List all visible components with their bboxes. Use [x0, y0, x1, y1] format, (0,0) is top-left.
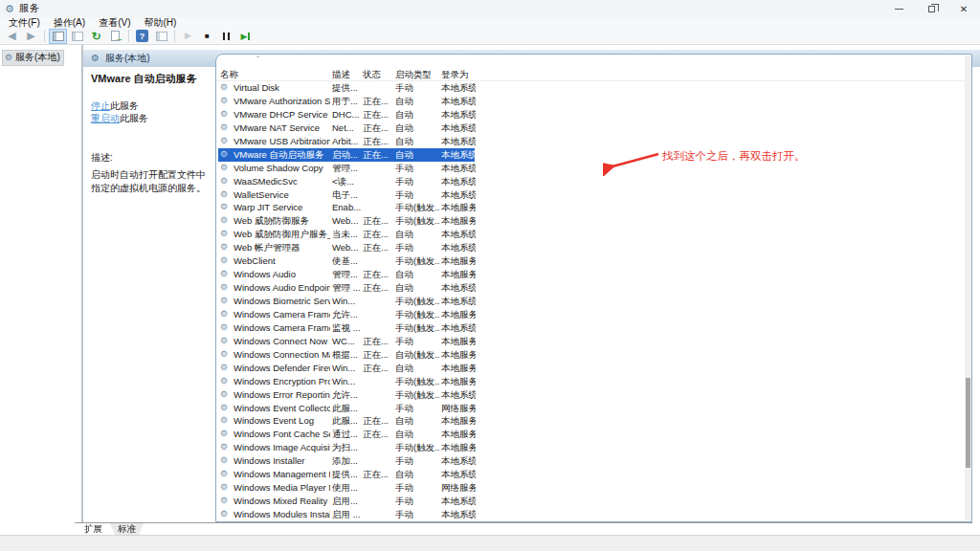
service-name-cell: Web 威胁防御服务 — [234, 214, 330, 228]
vertical-scrollbar[interactable] — [965, 55, 971, 520]
service-startup-type-cell: 手动 — [395, 495, 439, 508]
service-gear-icon: ⚙ — [220, 175, 233, 188]
restore-button[interactable] — [915, 0, 947, 17]
service-gear-icon: ⚙ — [220, 241, 233, 254]
forward-icon[interactable]: ▶ — [22, 29, 40, 44]
service-logon-cell: 本地服务 — [441, 348, 476, 362]
tab-standard[interactable]: 标准 — [110, 523, 144, 535]
service-gear-icon: ⚙ — [220, 508, 233, 521]
service-row[interactable]: ⚙Windows Event Collector此服...手动网络服务 — [216, 402, 964, 415]
service-name-cell: Web 帐户管理器 — [234, 241, 330, 254]
resume-service-icon[interactable]: ▶ — [236, 29, 255, 44]
service-row[interactable]: ⚙Windows Biometric ServiceWin...手动(触发...… — [216, 295, 964, 308]
service-row[interactable]: ⚙VMware USB Arbitration S...Arbit...正在..… — [216, 135, 964, 148]
service-description-cell: 通过... — [332, 428, 361, 441]
selected-service-title: VMware 自动启动服务 — [91, 72, 213, 86]
service-logon-cell: 本地服务 — [441, 375, 476, 388]
service-gear-icon: ⚙ — [220, 135, 233, 148]
menu-item-view[interactable]: 查看(V) — [92, 17, 137, 28]
service-description-cell: 电子... — [332, 188, 361, 202]
pause-service-icon[interactable] — [217, 29, 235, 44]
service-row[interactable]: ⚙Warp JIT ServiceEnab...手动(触发...本地服务 — [216, 201, 964, 214]
service-row[interactable]: ⚙VMware DHCP ServiceDHC...正在...自动本地系统 — [216, 108, 964, 121]
service-row[interactable]: ⚙Windows Modules Installer启用 ...手动本地系统 — [216, 508, 964, 521]
menu-item-help[interactable]: 帮助(H) — [137, 17, 183, 28]
service-status-cell: 正在... — [363, 268, 393, 281]
service-row[interactable]: ⚙Windows Event Log此服...正在...自动本地服务 — [216, 414, 964, 428]
service-row[interactable]: ⚙Windows Audio Endpoint B...管理 ...正在...自… — [216, 281, 964, 295]
column-header-status[interactable]: 状态 — [363, 68, 381, 81]
back-icon[interactable]: ◀ — [3, 29, 21, 44]
console-window-icon[interactable] — [152, 29, 170, 44]
column-header-startup-type[interactable]: 启动类型 — [395, 68, 432, 81]
tab-extended[interactable]: 扩展 — [77, 523, 110, 535]
service-row[interactable]: ⚙Windows Encryption Provid...Win...手动(触发… — [216, 375, 964, 388]
service-row[interactable]: ⚙Web 威胁防御服务Web...正在...手动(触发...本地服务 — [216, 214, 964, 228]
column-header-description[interactable]: 描述 — [332, 68, 350, 81]
service-row[interactable]: ⚙Windows Audio管理...正在...自动本地服务 — [216, 268, 964, 281]
scrollbar-thumb[interactable] — [966, 378, 970, 468]
service-row[interactable]: ⚙Web 帐户管理器Web...正在...手动本地系统 — [216, 241, 964, 254]
console-window-icon[interactable] — [68, 29, 86, 44]
service-row[interactable]: ⚙Web 威胁防御用户服务_a1...当未...正在...自动本地系统 — [216, 228, 964, 241]
service-row[interactable]: ⚙WalletService电子...手动本地系统 — [216, 188, 964, 202]
service-row[interactable]: ⚙Windows Installer添加...手动本地系统 — [216, 454, 964, 468]
refresh-icon[interactable]: ↻ — [87, 29, 105, 44]
service-row[interactable]: ⚙Windows Camera Frame S...监视 ...手动(触发...… — [216, 321, 964, 335]
service-name-cell: Web 威胁防御用户服务_a1... — [234, 228, 330, 241]
close-button[interactable]: ✕ — [947, 0, 980, 17]
restart-service-link[interactable]: 重启动 — [91, 113, 120, 123]
stop-service-link[interactable]: 停止 — [91, 100, 110, 111]
service-row[interactable]: ⚙VMware 自动启动服务启动...正在...自动本地系统 — [216, 148, 964, 162]
service-startup-type-cell: 手动 — [395, 188, 439, 202]
service-startup-type-cell: 手动 — [395, 241, 439, 254]
service-row[interactable]: ⚙Windows Mixed Reality Op...启用...手动本地系统 — [216, 495, 964, 508]
service-row[interactable]: ⚙Windows Font Cache Servi...通过...正在...自动… — [216, 428, 964, 441]
service-logon-cell: 本地系统 — [441, 468, 476, 481]
service-row[interactable]: ⚙Windows Management Ins...提供...正在...自动本地… — [216, 468, 964, 481]
tree-item-services-local[interactable]: ⚙ 服务(本地) — [2, 50, 64, 66]
status-bar — [0, 535, 980, 551]
service-row[interactable]: ⚙WebClient使基...手动(触发...本地服务 — [216, 254, 964, 268]
minimize-button[interactable] — [882, 0, 915, 17]
service-row[interactable]: ⚙Windows Error Reporting S...允许...手动(触发.… — [216, 388, 964, 402]
service-row[interactable]: ⚙WaaSMedicSvc<读...手动本地系统 — [216, 175, 964, 188]
service-row[interactable]: ⚙VMware NAT ServiceNet...正在...自动本地系统 — [216, 121, 964, 135]
service-status-cell: 正在... — [363, 414, 393, 428]
service-row[interactable]: ⚙Windows Camera Frame S...允许...手动(触发...本… — [216, 308, 964, 321]
toolbar: ◀▶↻→?▶■▶ — [0, 28, 980, 45]
help-icon[interactable]: ? — [133, 29, 151, 44]
service-logon-cell: 本地系统 — [441, 241, 476, 254]
service-status-cell: 正在... — [363, 468, 393, 481]
column-header-name[interactable]: 名称 — [220, 68, 238, 81]
service-row[interactable]: ⚙Volume Shadow Copy管理...手动本地系统 — [216, 162, 964, 175]
service-row[interactable]: ⚙Windows Connection Man...根据...正在...自动(触… — [216, 348, 964, 362]
service-name-cell: Windows Encryption Provid... — [234, 375, 330, 388]
menu-bar: 文件(F)操作(A)查看(V)帮助(H) — [0, 17, 980, 28]
service-row[interactable]: ⚙Windows Defender FirewallWin...正在...自动本… — [216, 362, 964, 375]
service-row[interactable]: ⚙Virtual Disk提供...手动本地系统 — [216, 81, 964, 95]
service-row[interactable]: ⚙Windows Image Acquisitio...为扫...手动(触发..… — [216, 441, 964, 454]
service-row[interactable]: ⚙Windows Connect Now - C...WC...正在...手动本… — [216, 335, 964, 348]
column-header-logon-as[interactable]: 登录为 — [441, 68, 469, 81]
service-name-cell: Windows Audio — [234, 268, 330, 281]
service-startup-type-cell: 手动(触发... — [395, 308, 439, 321]
service-row[interactable]: ⚙VMware Authorization Ser...用于...正在...自动… — [216, 95, 964, 108]
service-description-cell: 启用 ... — [332, 508, 361, 521]
service-name-cell: Windows Event Collector — [234, 402, 330, 415]
menu-item-action[interactable]: 操作(A) — [47, 17, 92, 28]
stop-service-icon[interactable]: ■ — [198, 29, 216, 44]
restart-service-line: 重启动此服务 — [91, 112, 213, 124]
show-console-tree-icon[interactable] — [49, 29, 67, 44]
restore-icon — [928, 6, 935, 12]
start-service-icon[interactable]: ▶ — [179, 29, 197, 44]
service-gear-icon: ⚙ — [220, 348, 233, 362]
service-status-cell: 正在... — [363, 281, 393, 295]
service-row[interactable]: ⚙Windows Media Player Net...使用...手动网络服务 — [216, 481, 964, 495]
export-list-icon[interactable]: → — [106, 29, 124, 44]
service-description-cell: Win... — [332, 295, 361, 308]
service-startup-type-cell: 手动(触发... — [395, 375, 439, 388]
menu-item-file[interactable]: 文件(F) — [2, 17, 47, 28]
service-name-cell: Windows Mixed Reality Op... — [234, 495, 330, 508]
service-name-cell: Windows Management Ins... — [234, 468, 330, 481]
